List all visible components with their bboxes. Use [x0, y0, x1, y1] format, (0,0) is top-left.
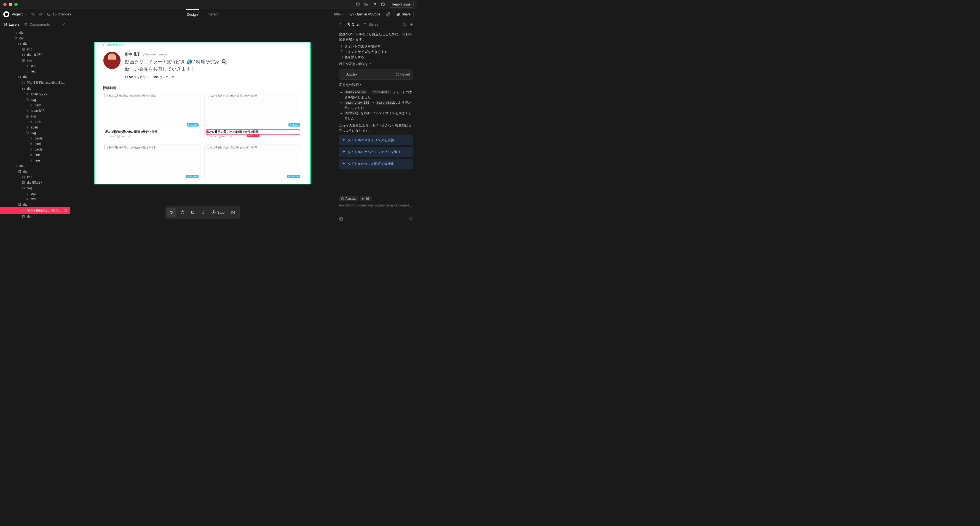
share-icon[interactable]	[229, 135, 232, 138]
back-icon[interactable]: ←	[97, 44, 100, 46]
tree-row[interactable]: #line	[0, 158, 70, 163]
tree-row[interactable]: 私の1番目の思い出の動画 #旅...	[0, 79, 70, 86]
video-card[interactable]: 私の1番目の思い出の動画 #旅行 #日常▷ 5,705私の1番目の思い出の動画 …	[103, 93, 200, 140]
image-attach-icon[interactable]	[339, 217, 343, 221]
github-icon[interactable]	[380, 2, 385, 6]
changes-indicator[interactable]: 16 changes	[47, 12, 71, 16]
tree-row[interactable]: div	[0, 41, 70, 46]
tree-row[interactable]: div	[0, 74, 70, 79]
refresh-icon[interactable]: ⟳	[102, 44, 105, 46]
collapse-panel-icon[interactable]	[62, 22, 67, 27]
hand-tool[interactable]	[178, 208, 187, 217]
redo-button[interactable]	[39, 12, 43, 16]
tree-row[interactable]: #circle	[0, 136, 70, 141]
tree-row[interactable]: #path	[0, 103, 70, 108]
titlebar: Report Issue	[0, 0, 417, 9]
tree-label: div	[27, 215, 31, 218]
ctx-element[interactable]: h3	[360, 196, 372, 201]
tree-row[interactable]: div	[0, 86, 70, 92]
tab-chat[interactable]: Chat	[347, 22, 359, 27]
styles-icon	[363, 22, 367, 26]
project-picker[interactable]: Project ⌄	[3, 11, 27, 17]
tree-row[interactable]: Tspan 618	[0, 108, 70, 114]
reload-icon[interactable]	[356, 2, 360, 6]
tree-row[interactable]: 私の2番目の思い出の動画 #...	[0, 207, 70, 214]
tree-row[interactable]: div	[0, 36, 70, 41]
layer-tree[interactable]: divdivdivimgdiv 10,052svg#path#rectdiv私の…	[0, 29, 70, 224]
tree-row[interactable]: #path	[0, 63, 70, 68]
tree-row[interactable]: div	[0, 214, 70, 219]
share-button[interactable]: Share	[393, 11, 414, 18]
tab-styles[interactable]: Styles	[363, 22, 378, 27]
theme-icon[interactable]	[364, 2, 368, 6]
chat-input[interactable]: Ask follow up questions or provide more …	[335, 201, 417, 215]
tree-row[interactable]: #rect	[0, 196, 70, 202]
cursor-tool[interactable]	[167, 208, 177, 217]
tree-row[interactable]: Tspan	[0, 125, 70, 130]
undo-button[interactable]	[31, 12, 35, 16]
zoom-control[interactable]: 60%⌄	[334, 13, 344, 16]
avatar	[103, 51, 121, 70]
maximize-window[interactable]	[14, 3, 18, 6]
tree-row[interactable]: div	[0, 202, 70, 207]
tree-row[interactable]: #path	[0, 191, 70, 196]
tree-row[interactable]: div	[0, 30, 70, 36]
video-card[interactable]: 私の4番目の思い出の動画 #旅行 #日常▷ 95,138	[204, 144, 302, 180]
file-pill[interactable]: ⌄App.tsx Revert	[339, 70, 413, 79]
tab-interact[interactable]: Interact	[205, 10, 220, 19]
context-pills: App.tsx h3	[335, 196, 417, 201]
tree-row[interactable]: img	[0, 46, 70, 52]
discord-icon[interactable]	[372, 2, 377, 6]
tree-row[interactable]: div	[0, 163, 70, 169]
settings-button[interactable]	[386, 12, 390, 16]
chevron-down-icon[interactable]: ⌄	[305, 44, 307, 46]
revert-button[interactable]: Revert	[396, 72, 410, 77]
canvas[interactable]: ← ⟳ localhost:5173/ ⌄ 田中 花子 @hanako_tana…	[70, 20, 335, 224]
expand-panel-icon[interactable]	[338, 22, 343, 27]
share-icon[interactable]	[128, 135, 131, 138]
tree-row[interactable]: img	[0, 174, 70, 180]
tab-layers[interactable]: Layers	[3, 22, 19, 27]
stop-button[interactable]: Stop	[209, 208, 228, 217]
frame-tool[interactable]	[188, 208, 197, 217]
tab-components[interactable]: Components	[24, 22, 50, 27]
tree-row[interactable]: svg	[0, 130, 70, 136]
ctx-file[interactable]: App.tsx	[339, 196, 358, 201]
svg-rect-17	[19, 171, 21, 173]
tree-row[interactable]: Tspan 5,729	[0, 92, 70, 97]
report-issue-button[interactable]: Report Issue	[389, 1, 414, 8]
open-vscode-button[interactable]: Open in VSCode	[347, 11, 383, 18]
tree-row[interactable]: #path	[0, 119, 70, 125]
mode-tabs: Design Interact	[186, 10, 220, 19]
tree-row[interactable]: #line	[0, 152, 70, 158]
hint-icon[interactable]	[409, 217, 413, 221]
hash-icon: #	[29, 137, 33, 140]
tree-row[interactable]: #circle	[0, 147, 70, 152]
t-icon: T	[25, 126, 29, 129]
tree-row[interactable]: svg	[0, 114, 70, 119]
close-window[interactable]	[3, 3, 6, 6]
suggestion-pill[interactable]: タイトルの余白と配置を最適化	[339, 159, 413, 169]
tree-row[interactable]: svg	[0, 97, 70, 103]
tab-design[interactable]: Design	[186, 9, 199, 19]
eye-icon[interactable]	[64, 209, 68, 213]
history-icon[interactable]	[402, 22, 407, 27]
video-card[interactable]: 私の2番目の思い出の動画 #旅行 #日常▷ 2,167私の2番目の思い出の動画 …	[204, 93, 302, 140]
file-name: App.tsx	[346, 72, 357, 77]
video-card[interactable]: 私の3番目の思い出の動画 #旅行 #日常▷ 58,009	[103, 144, 200, 180]
text-tool[interactable]: T	[199, 208, 208, 217]
img-icon	[22, 175, 25, 179]
views-badge: ▷ 2,167	[288, 123, 300, 127]
suggestion-pill[interactable]: タイトルのスタイリングを改善	[339, 135, 413, 145]
tree-row[interactable]: div	[0, 169, 70, 174]
minimize-window[interactable]	[9, 3, 12, 6]
tree-row[interactable]: div 83,537	[0, 180, 70, 185]
tree-row[interactable]: #rect	[0, 68, 70, 74]
new-chat-icon[interactable]	[409, 22, 414, 27]
tree-row[interactable]: div 10,052	[0, 52, 70, 57]
tree-row[interactable]: #circle	[0, 141, 70, 147]
tree-row[interactable]: svg	[0, 57, 70, 63]
image-tool[interactable]	[228, 208, 238, 217]
tree-row[interactable]: svg	[0, 185, 70, 191]
suggestion-pill[interactable]: タイトルにホバーエフェクトを追加	[339, 147, 413, 157]
